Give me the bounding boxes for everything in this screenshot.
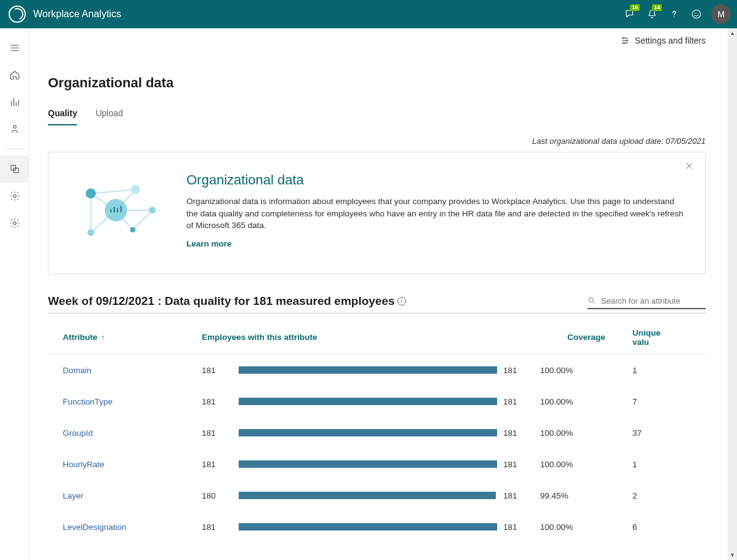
- close-icon[interactable]: [684, 161, 694, 174]
- help-icon[interactable]: [663, 3, 685, 25]
- col-attribute-label: Attribute: [63, 333, 97, 342]
- svg-point-5: [13, 222, 16, 225]
- last-upload-date: Last organizational data upload date: 07…: [48, 136, 706, 146]
- employee-count: 181: [202, 397, 239, 406]
- tab-upload[interactable]: Upload: [95, 108, 122, 125]
- home-icon[interactable]: [0, 61, 30, 89]
- sort-asc-icon: ↑: [101, 333, 105, 342]
- coverage-bar: [239, 460, 503, 468]
- coverage-pct: 100.00%: [540, 523, 632, 532]
- hamburger-menu-icon[interactable]: [0, 34, 30, 61]
- settings-gear-icon[interactable]: [0, 183, 30, 210]
- sliders-icon: [620, 36, 630, 45]
- coverage-bar-value: 181: [503, 397, 540, 406]
- vertical-scrollbar[interactable]: ▲ ▼: [728, 28, 737, 560]
- coverage-pct: 100.00%: [540, 366, 632, 375]
- admin-gear-icon[interactable]: [0, 210, 30, 237]
- svg-point-4: [13, 195, 16, 198]
- svg-line-14: [91, 190, 136, 194]
- svg-point-7: [626, 40, 627, 42]
- section-heading: Week of 09/12/2021 : Data quality for 18…: [48, 294, 406, 308]
- employee-count: 181: [202, 428, 239, 438]
- svg-point-22: [105, 199, 127, 221]
- notifications-icon[interactable]: 14: [641, 3, 663, 25]
- messages-badge: 16: [630, 4, 640, 11]
- search-input[interactable]: [601, 296, 706, 306]
- page-title: Organizational data: [48, 75, 706, 91]
- unique-count: 7: [632, 397, 675, 406]
- tab-quality[interactable]: Quality: [48, 108, 77, 125]
- info-icon[interactable]: i: [397, 297, 406, 306]
- table-row: Domain 181 181 100.00% 1: [48, 355, 706, 386]
- table-row: HourlyRate 181 181 100.00% 1: [48, 449, 706, 480]
- svg-point-6: [623, 37, 624, 39]
- unique-count: 37: [632, 428, 675, 438]
- attribute-link[interactable]: GroupId: [48, 428, 202, 438]
- col-employees[interactable]: Employees with this attribute: [202, 333, 503, 342]
- svg-point-21: [130, 227, 135, 233]
- topbar: Workplace Analytics 16 14 M: [0, 0, 737, 28]
- avatar[interactable]: M: [711, 4, 731, 24]
- info-card: Organizational data Organizational data …: [48, 152, 706, 274]
- attribute-link[interactable]: LevelDesignation: [48, 523, 202, 532]
- col-unique[interactable]: Unique valu: [632, 328, 675, 347]
- attribute-link[interactable]: Layer: [48, 491, 202, 500]
- coverage-pct: 100.00%: [540, 460, 632, 469]
- col-attribute[interactable]: Attribute ↑: [48, 333, 202, 342]
- svg-rect-2: [11, 165, 16, 170]
- app-logo-icon: [9, 6, 26, 23]
- svg-point-23: [589, 298, 593, 302]
- table-row: LevelDesignation 181 181 100.00% 6: [48, 511, 706, 543]
- app-name: Workplace Analytics: [33, 9, 121, 20]
- coverage-bar: [239, 492, 503, 499]
- settings-and-filters-label: Settings and filters: [635, 36, 706, 45]
- coverage-bar: [239, 398, 503, 405]
- employee-count: 181: [202, 523, 239, 532]
- main-content: Settings and filters Organizational data…: [30, 28, 728, 560]
- coverage-bar: [239, 429, 503, 436]
- people-icon[interactable]: [0, 116, 30, 143]
- rail-divider: [6, 149, 24, 149]
- unique-count: 6: [632, 523, 675, 532]
- employee-count: 180: [202, 491, 239, 500]
- unique-count: 1: [632, 366, 675, 375]
- attribute-link[interactable]: HourlyRate: [48, 460, 202, 469]
- table-row: FunctionType 181 181 100.00% 7: [48, 386, 706, 417]
- svg-point-20: [87, 229, 94, 236]
- coverage-bar: [239, 523, 503, 530]
- table-header-row: Attribute ↑ Employees with this attribut…: [48, 325, 706, 355]
- notifications-badge: 14: [652, 4, 662, 11]
- unique-count: 1: [632, 460, 675, 469]
- scroll-down-arrow[interactable]: ▼: [728, 550, 737, 560]
- scroll-up-arrow[interactable]: ▲: [728, 28, 737, 38]
- svg-rect-3: [14, 168, 18, 173]
- table-row: Layer 180 181 99.45% 2: [48, 480, 706, 511]
- svg-point-1: [13, 125, 16, 128]
- coverage-bar-value: 181: [503, 523, 540, 532]
- section-heading-text: Week of 09/12/2021 : Data quality for 18…: [48, 294, 395, 308]
- attributes-table: Attribute ↑ Employees with this attribut…: [48, 325, 706, 543]
- attribute-link[interactable]: Domain: [48, 366, 202, 375]
- coverage-pct: 100.00%: [540, 397, 632, 406]
- svg-point-18: [131, 185, 140, 194]
- coverage-bar: [239, 366, 503, 374]
- col-coverage[interactable]: Coverage: [540, 333, 632, 342]
- attribute-link[interactable]: FunctionType: [48, 397, 202, 406]
- svg-point-19: [149, 207, 156, 214]
- coverage-bar-value: 181: [503, 491, 540, 500]
- coverage-bar-value: 181: [503, 428, 540, 438]
- svg-line-15: [133, 210, 153, 230]
- learn-more-link[interactable]: Learn more: [186, 239, 232, 248]
- feedback-smile-icon[interactable]: [685, 3, 707, 25]
- coverage-pct: 99.45%: [540, 491, 632, 500]
- employee-count: 181: [202, 366, 239, 375]
- unique-count: 2: [632, 491, 675, 500]
- data-sources-icon[interactable]: [0, 156, 30, 183]
- settings-and-filters-button[interactable]: Settings and filters: [620, 36, 706, 45]
- search-icon: [588, 296, 596, 305]
- messages-icon[interactable]: 16: [619, 3, 641, 25]
- attribute-search[interactable]: [588, 294, 706, 309]
- table-row: GroupId 181 181 100.00% 37: [48, 417, 706, 449]
- analytics-icon[interactable]: [0, 89, 30, 116]
- tabs: Quality Upload: [48, 108, 706, 125]
